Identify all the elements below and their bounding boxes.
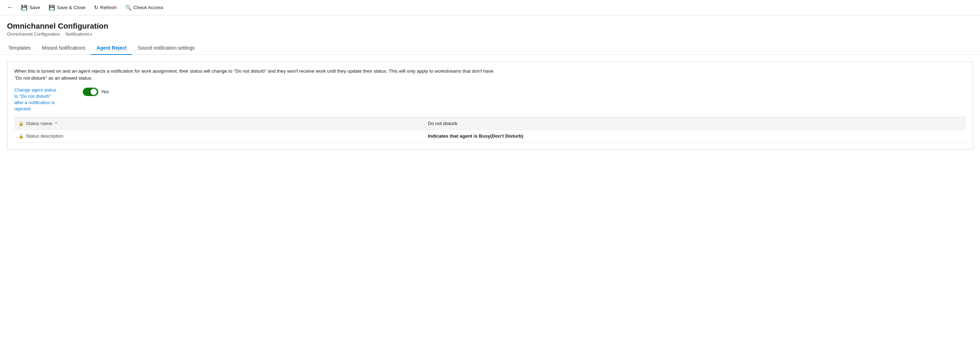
fields-table: 🔒 Status name * Do not disturb 🔒 Status … (14, 117, 966, 142)
content-area: When this is turned on and an agent reje… (0, 55, 980, 157)
breadcrumb-current[interactable]: Notifications ▾ (65, 32, 92, 37)
save-close-label: Save & Close (57, 5, 86, 10)
status-description-label-cell: 🔒 Status description (19, 133, 89, 139)
status-name-value: Do not disturb (424, 117, 966, 130)
save-icon: 💾 (21, 5, 28, 11)
tab-missed-notifications[interactable]: Missed Notifications (37, 42, 91, 55)
back-button[interactable]: ← (4, 2, 16, 13)
breadcrumb: Omnichannel Configuration · Notification… (7, 32, 973, 37)
toggle-track (83, 88, 98, 96)
page-header: Omnichannel Configuration Omnichannel Co… (0, 15, 980, 37)
lock-icon: 🔒 (19, 134, 24, 139)
tabs-container: Templates Missed Notifications Agent Rej… (0, 42, 980, 55)
check-access-button[interactable]: 🔍 Check Access (122, 3, 167, 12)
status-description-value: Indicates that agent is Busy(Don't Distu… (424, 130, 966, 142)
check-access-icon: 🔍 (125, 5, 132, 11)
required-indicator: * (55, 121, 57, 126)
table-row: 🔒 Status name * Do not disturb (14, 117, 966, 130)
back-icon: ← (7, 4, 13, 11)
info-text: When this is turned on and an agent reje… (14, 68, 497, 82)
chevron-down-icon: ▾ (90, 32, 92, 36)
refresh-icon: ↻ (94, 5, 99, 11)
breadcrumb-separator: · (62, 32, 63, 37)
page-title: Omnichannel Configuration (7, 22, 973, 31)
check-access-label: Check Access (134, 5, 163, 10)
table-row: 🔒 Status description Indicates that agen… (14, 130, 966, 142)
agent-reject-toggle[interactable] (83, 88, 98, 96)
save-label: Save (29, 5, 40, 10)
refresh-button[interactable]: ↻ Refresh (91, 3, 120, 12)
tab-templates[interactable]: Templates (7, 42, 37, 55)
breadcrumb-parent: Omnichannel Configuration (7, 32, 60, 37)
status-description-label: Status description (26, 133, 63, 139)
toggle-section: Change agent status to "Do not disturb" … (14, 87, 966, 112)
toggle-label: Change agent status to "Do not disturb" … (14, 87, 77, 112)
lock-icon: 🔒 (19, 121, 24, 126)
tab-agent-reject[interactable]: Agent Reject (91, 42, 132, 55)
refresh-label: Refresh (100, 5, 117, 10)
save-button[interactable]: 💾 Save (18, 3, 44, 12)
toggle-row: Yes (83, 88, 109, 96)
toggle-value: Yes (101, 89, 109, 94)
status-name-label: Status name (26, 121, 52, 126)
toggle-thumb (91, 89, 97, 95)
save-close-button[interactable]: 💾 Save & Close (45, 3, 89, 12)
info-card: When this is turned on and an agent reje… (7, 62, 973, 150)
save-close-icon: 💾 (49, 5, 55, 11)
toolbar: ← 💾 Save 💾 Save & Close ↻ Refresh 🔍 Chec… (0, 0, 980, 15)
status-name-label-cell: 🔒 Status name * (19, 121, 89, 126)
tab-sound-notification-settings[interactable]: Sound notification settings (132, 42, 200, 55)
